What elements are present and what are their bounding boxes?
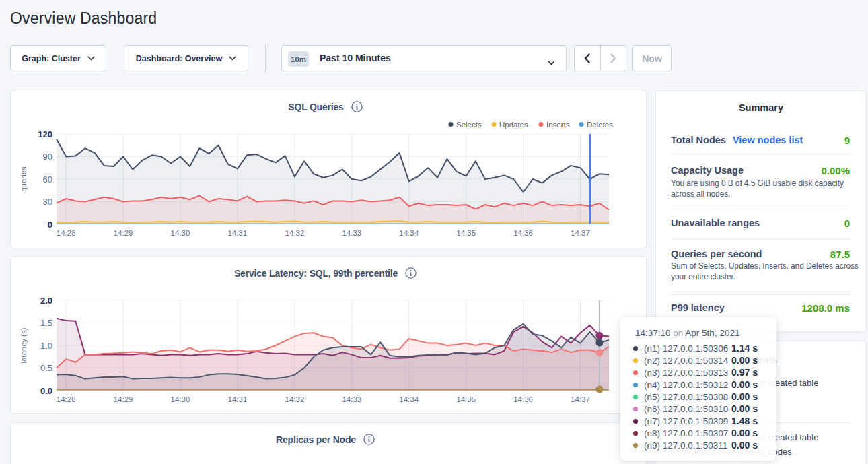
svg-text:14:32: 14:32 [285, 229, 305, 237]
svg-text:14:33: 14:33 [342, 395, 361, 403]
svg-text:14:28: 14:28 [57, 229, 76, 237]
svg-text:60: 60 [43, 174, 52, 185]
svg-text:14:36: 14:36 [513, 229, 533, 237]
svg-text:Updates: Updates [499, 121, 528, 129]
svg-text:0.0: 0.0 [40, 386, 52, 396]
svg-text:14:30: 14:30 [171, 229, 190, 237]
svg-text:14:31: 14:31 [228, 229, 248, 237]
svg-text:14:32: 14:32 [285, 395, 305, 403]
svg-text:1.0: 1.0 [40, 341, 52, 351]
svg-text:14:37: 14:37 [571, 395, 590, 403]
svg-text:Deletes: Deletes [587, 121, 613, 129]
svg-text:14:35: 14:35 [456, 229, 476, 237]
svg-text:Selects: Selects [456, 121, 482, 129]
svg-text:120: 120 [38, 129, 52, 139]
svg-text:30: 30 [43, 197, 52, 207]
svg-text:14:35: 14:35 [456, 395, 476, 403]
svg-text:14:29: 14:29 [114, 229, 133, 237]
svg-text:14:34: 14:34 [399, 395, 419, 403]
svg-text:queries: queries [20, 166, 28, 192]
svg-text:90: 90 [43, 152, 52, 162]
svg-text:14:29: 14:29 [114, 395, 133, 403]
svg-text:0.5: 0.5 [40, 363, 52, 373]
svg-text:14:37: 14:37 [571, 229, 590, 237]
svg-text:14:36: 14:36 [513, 395, 533, 403]
svg-text:Inserts: Inserts [546, 121, 570, 129]
svg-text:14:28: 14:28 [57, 395, 76, 403]
svg-text:2.0: 2.0 [40, 296, 52, 306]
svg-text:14:34: 14:34 [399, 229, 419, 237]
svg-text:14:33: 14:33 [342, 229, 361, 237]
svg-text:14:30: 14:30 [171, 395, 190, 403]
svg-text:0: 0 [48, 220, 52, 230]
svg-text:1.5: 1.5 [40, 318, 52, 328]
svg-text:latency (s): latency (s) [20, 327, 28, 363]
svg-text:14:31: 14:31 [228, 395, 248, 403]
